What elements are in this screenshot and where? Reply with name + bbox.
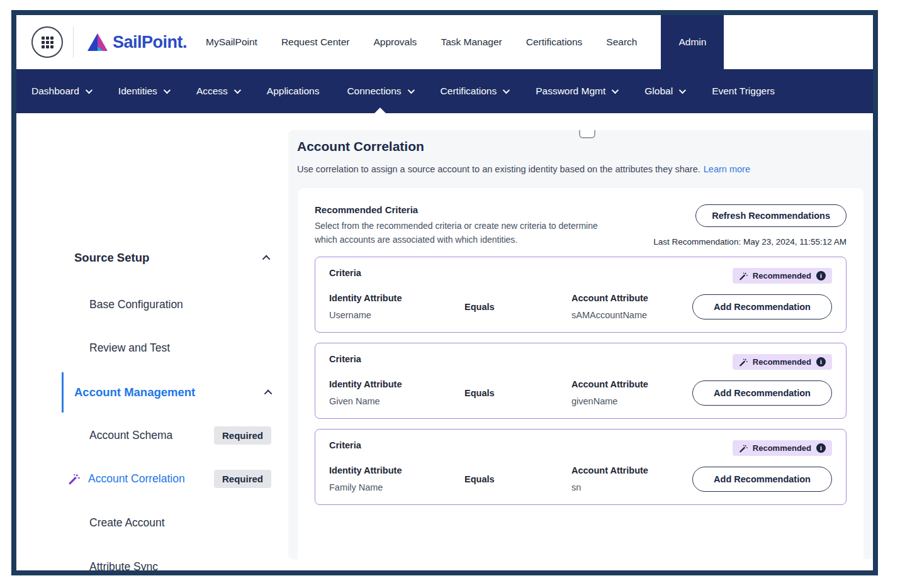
magic-wand-icon <box>739 358 748 367</box>
add-recommendation-button[interactable]: Add Recommendation <box>692 380 832 406</box>
active-tab-caret <box>374 108 386 113</box>
nav-password-mgmt[interactable]: Password Mgmt <box>536 69 617 113</box>
identity-attribute-value: Username <box>329 310 464 320</box>
account-attribute-label: Account Attribute <box>571 293 692 303</box>
chevron-down-icon <box>86 87 93 94</box>
operator-label: Equals <box>464 388 559 398</box>
last-recommendation-timestamp: Last Recommendation: May 23, 2024, 11:55… <box>653 237 847 247</box>
nav-global[interactable]: Global <box>644 69 684 113</box>
nav-identities[interactable]: Identities <box>118 69 169 113</box>
sidebar-item-account-correlation[interactable]: Account Correlation Required <box>16 465 288 492</box>
sidebar-item-attribute-sync[interactable]: Attribute Sync <box>16 553 288 575</box>
chevron-down-icon <box>407 87 414 94</box>
required-badge: Required <box>214 426 271 445</box>
sidebar-item-account-schema[interactable]: Account Schema Required <box>16 421 288 449</box>
required-badge: Required <box>214 470 271 488</box>
criteria-card: Criteria Recommended i Identity Attribut… <box>315 429 847 505</box>
operator-label: Equals <box>464 474 559 484</box>
chevron-down-icon <box>612 87 619 94</box>
chevron-up-icon <box>262 255 271 263</box>
identity-attribute-label: Identity Attribute <box>329 465 464 475</box>
info-icon[interactable]: i <box>816 443 826 453</box>
add-recommendation-button[interactable]: Add Recommendation <box>692 467 832 492</box>
topnav-approvals[interactable]: Approvals <box>373 36 417 48</box>
magic-wand-icon <box>739 444 748 453</box>
account-attribute-value: sAMAccountName <box>571 310 692 320</box>
nav-connections-active[interactable]: Connections <box>347 69 412 113</box>
topnav-task-manager[interactable]: Task Manager <box>441 36 502 48</box>
criteria-label: Criteria <box>329 268 361 278</box>
topnav-request-center[interactable]: Request Center <box>281 36 350 48</box>
account-attribute-label: Account Attribute <box>571 379 692 389</box>
page-title: Account Correlation <box>297 139 864 154</box>
admin-nav-bar: Dashboard Identities Access Applications… <box>16 69 873 113</box>
learn-more-link[interactable]: Learn more <box>704 164 750 174</box>
identity-attribute-value: Family Name <box>329 482 464 492</box>
sidebar-item-account-management[interactable]: Account Management <box>62 372 288 413</box>
recommended-criteria-description: Select from the recommended criteria or … <box>315 219 616 247</box>
nav-certifications[interactable]: Certifications <box>441 69 509 113</box>
chevron-down-icon <box>164 87 171 94</box>
refresh-recommendations-button[interactable]: Refresh Recommendations <box>695 204 847 227</box>
identity-attribute-label: Identity Attribute <box>329 293 464 303</box>
account-attribute-label: Account Attribute <box>571 465 692 475</box>
app-grid-icon <box>42 36 53 48</box>
nav-dashboard[interactable]: Dashboard <box>31 69 91 113</box>
chevron-down-icon <box>234 87 241 94</box>
account-correlation-panel: Account Correlation Use correlation to a… <box>288 130 873 559</box>
sailpoint-logo[interactable]: SailPoint. <box>86 32 187 53</box>
criteria-label: Criteria <box>329 354 361 364</box>
magic-wand-icon <box>68 473 80 485</box>
chevron-down-icon <box>679 87 686 94</box>
recommended-badge: Recommended i <box>733 440 832 456</box>
chevron-up-icon <box>264 389 273 397</box>
account-attribute-value: sn <box>571 482 692 492</box>
brand-wordmark: SailPoint. <box>113 33 187 52</box>
nav-event-triggers[interactable]: Event Triggers <box>712 69 775 113</box>
operator-label: Equals <box>464 302 559 312</box>
sidebar-item-create-account[interactable]: Create Account <box>16 509 288 536</box>
account-attribute-value: givenName <box>571 396 692 406</box>
recommended-criteria-header: Recommended Criteria Select from the rec… <box>315 204 616 247</box>
source-setup-sidebar: Source Setup Base Configuration Review a… <box>16 113 288 570</box>
info-icon[interactable]: i <box>816 271 826 280</box>
topnav-admin-active-tab[interactable]: Admin <box>661 15 724 69</box>
chevron-down-icon <box>503 87 510 94</box>
recommended-criteria-title: Recommended Criteria <box>315 204 616 215</box>
topnav-mysailpoint[interactable]: MySailPoint <box>206 36 257 48</box>
topnav-certifications[interactable]: Certifications <box>526 36 583 48</box>
sailpoint-logo-icon <box>86 32 109 53</box>
magic-wand-icon <box>739 272 748 280</box>
criteria-card: Criteria Recommended i Identity Attribut… <box>315 257 847 333</box>
nav-access[interactable]: Access <box>196 69 239 113</box>
nav-applications[interactable]: Applications <box>267 69 320 113</box>
app-window: SailPoint. MySailPoint Request Center Ap… <box>11 10 878 575</box>
info-icon[interactable]: i <box>816 357 826 367</box>
sidebar-item-review-and-test[interactable]: Review and Test <box>16 334 288 362</box>
add-recommendation-button[interactable]: Add Recommendation <box>692 294 832 319</box>
criteria-card: Criteria Recommended i Identity Attribut… <box>315 343 847 419</box>
identity-attribute-label: Identity Attribute <box>329 379 464 389</box>
recommended-criteria-card: Recommended Criteria Select from the rec… <box>298 188 863 559</box>
topnav-search[interactable]: Search <box>606 36 637 48</box>
sidebar-item-base-configuration[interactable]: Base Configuration <box>16 291 288 318</box>
panel-handle <box>579 130 595 138</box>
criteria-label: Criteria <box>329 440 361 450</box>
recommended-badge: Recommended i <box>733 354 832 370</box>
page-description: Use correlation to assign a source accou… <box>297 164 864 174</box>
top-bar: SailPoint. MySailPoint Request Center Ap… <box>16 15 873 69</box>
identity-attribute-value: Given Name <box>329 396 464 406</box>
recommended-badge: Recommended i <box>733 268 832 284</box>
top-navigation: MySailPoint Request Center Approvals Tas… <box>206 15 724 69</box>
app-launcher-button[interactable] <box>31 26 63 58</box>
divider <box>73 26 74 58</box>
sidebar-item-source-setup[interactable]: Source Setup <box>16 245 288 270</box>
